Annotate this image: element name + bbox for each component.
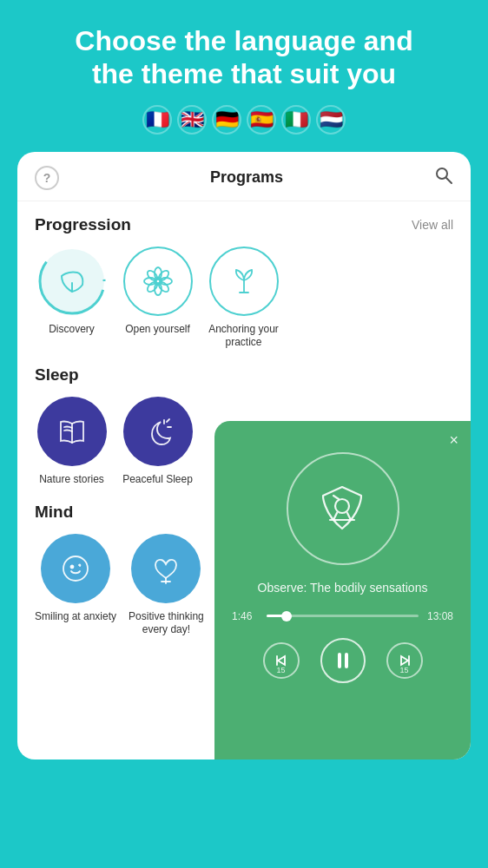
play-pause-button[interactable]	[320, 638, 366, 683]
book-icon	[56, 415, 89, 448]
forward-label: 15	[399, 666, 408, 674]
program-discovery[interactable]: Discovery	[35, 247, 109, 350]
programs-row: Discovery Ope	[35, 247, 453, 350]
open-yourself-circle	[123, 247, 193, 316]
program-nature-stories[interactable]: Nature stories	[35, 397, 109, 487]
positive-thinking-label: Positive thinkingevery day!	[129, 610, 204, 637]
flower-icon	[141, 264, 175, 299]
heart-hand-icon	[149, 552, 182, 585]
rewind-button[interactable]: 15	[263, 642, 300, 679]
peaceful-circle	[123, 397, 193, 466]
peaceful-sleep-label: Peaceful Sleep	[122, 473, 193, 487]
tree-icon	[228, 265, 260, 298]
pause-icon	[338, 653, 348, 668]
time-current: 1:46	[232, 610, 260, 622]
svg-point-19	[71, 565, 74, 568]
discovery-circle	[37, 247, 107, 316]
mind-title: Mind	[35, 503, 73, 522]
player-subtitle: Observe: The bodily sensations	[258, 581, 428, 595]
anchoring-circle	[209, 247, 279, 316]
view-all-link[interactable]: View all	[412, 218, 453, 232]
svg-line-24	[333, 496, 339, 499]
flag-italian[interactable]: 🇮🇹	[281, 105, 311, 135]
svg-line-17	[167, 419, 169, 422]
flag-german[interactable]: 🇩🇪	[212, 105, 241, 135]
app-title: Programs	[210, 168, 283, 187]
flags-row: 🇫🇷 🇬🇧 🇩🇪 🇪🇸 🇮🇹 🇳🇱	[0, 105, 488, 135]
moon-icon	[142, 415, 175, 448]
discovery-label: Discovery	[49, 323, 95, 337]
time-total: 13:08	[425, 610, 453, 622]
progress-track[interactable]	[267, 615, 419, 617]
svg-point-18	[63, 556, 88, 581]
positive-circle	[131, 534, 201, 603]
smiling-circle	[41, 534, 110, 603]
progression-title: Progression	[35, 215, 131, 234]
nature-circle	[37, 397, 107, 466]
svg-line-22	[347, 513, 351, 520]
app-card: ? Programs Progression View all	[17, 152, 471, 760]
help-button[interactable]: ?	[35, 166, 59, 190]
svg-point-20	[335, 499, 349, 513]
close-button[interactable]: ×	[449, 431, 458, 450]
header-section: Choose the language and the theme that s…	[0, 0, 488, 105]
open-yourself-label: Open yourself	[125, 323, 190, 337]
svg-point-11	[156, 280, 170, 294]
smiling-anxiety-label: Smiling at anxiety	[35, 610, 116, 624]
header-title: Choose the language and the theme that s…	[0, 0, 488, 105]
svg-point-12	[156, 269, 170, 283]
program-open-yourself[interactable]: Open yourself	[121, 247, 195, 350]
progress-thumb	[281, 611, 292, 621]
app-header: ? Programs	[17, 152, 471, 201]
shield-anchor-icon	[314, 480, 371, 536]
sleep-title: Sleep	[35, 365, 79, 385]
anchoring-label: Anchoring yourpractice	[208, 323, 279, 350]
svg-line-1	[446, 178, 452, 183]
svg-line-21	[333, 513, 337, 520]
progression-section: Progression View all	[17, 201, 471, 358]
rewind-label: 15	[276, 666, 285, 674]
leaf-icon	[56, 266, 88, 297]
svg-point-0	[437, 168, 447, 179]
svg-point-10	[145, 269, 159, 283]
flag-french[interactable]: 🇫🇷	[142, 105, 172, 135]
program-smiling-anxiety[interactable]: Smiling at anxiety	[35, 534, 116, 637]
player-card: × Observe: The bodily sensations 1:46 13…	[214, 421, 471, 760]
sleep-header: Sleep	[35, 365, 453, 385]
program-positive-thinking[interactable]: Positive thinkingevery day!	[129, 534, 204, 637]
flag-spanish[interactable]: 🇪🇸	[247, 105, 276, 135]
player-progress: 1:46 13:08	[232, 610, 453, 622]
flag-english[interactable]: 🇬🇧	[177, 105, 207, 135]
forward-button[interactable]: 15	[386, 642, 423, 679]
player-icon-circle	[287, 452, 399, 565]
search-button[interactable]	[434, 166, 453, 189]
program-anchoring[interactable]: Anchoring yourpractice	[207, 247, 280, 350]
program-peaceful-sleep[interactable]: Peaceful Sleep	[121, 397, 195, 487]
progression-header: Progression View all	[35, 215, 453, 234]
face-icon	[59, 552, 92, 585]
search-icon	[434, 166, 453, 185]
svg-point-13	[145, 280, 159, 294]
player-controls: 15 15	[232, 638, 453, 683]
nature-stories-label: Nature stories	[39, 473, 104, 487]
flag-dutch[interactable]: 🇳🇱	[316, 105, 346, 135]
